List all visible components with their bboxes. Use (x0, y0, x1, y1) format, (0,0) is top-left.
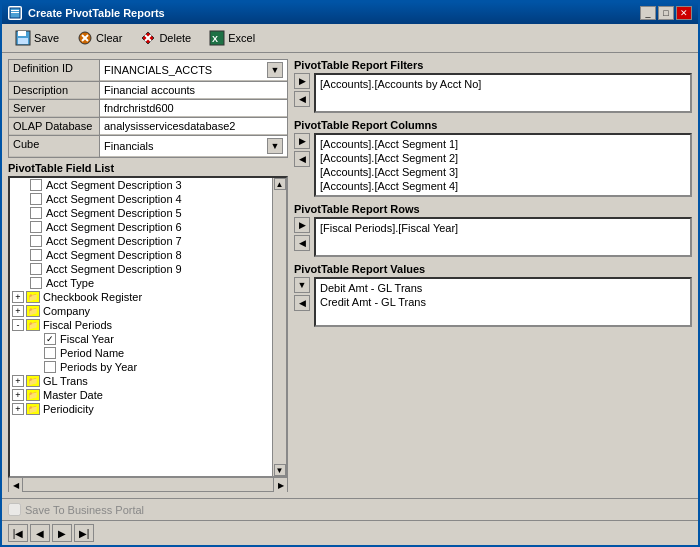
group-gl-trans[interactable]: + 📁 GL Trans (10, 374, 272, 388)
group-label: GL Trans (43, 375, 88, 387)
item-label: Period Name (60, 347, 124, 359)
group-label: Checkbook Register (43, 291, 142, 303)
filter-remove-button[interactable]: ◀ (294, 91, 310, 107)
item-label: Acct Segment Description 9 (46, 263, 182, 275)
save-portal-checkbox[interactable] (8, 503, 21, 516)
server-field: fndrchristd600 (100, 100, 287, 117)
save-button[interactable]: Save (8, 27, 66, 49)
cube-value: Financials (104, 140, 154, 152)
list-item[interactable]: Acct Segment Description 5 (10, 206, 272, 220)
column-item: [Accounts].[Acct Segment 4] (318, 179, 688, 193)
olap-value: analysisservicesdatabase2 (104, 120, 235, 132)
list-item[interactable]: Period Name (10, 346, 272, 360)
list-item[interactable]: Periods by Year (10, 360, 272, 374)
field-list-scroll[interactable]: Acct Segment Description 3 Acct Segment … (10, 178, 272, 476)
item-label: Acct Segment Description 7 (46, 235, 182, 247)
expand-checkbook[interactable]: + (12, 291, 24, 303)
checkbox-accttype[interactable] (30, 277, 42, 289)
nav-first-button[interactable]: |◀ (8, 524, 28, 542)
list-item[interactable]: ✓ Fiscal Year (10, 332, 272, 346)
svg-rect-4 (18, 31, 26, 36)
close-button[interactable]: ✕ (676, 6, 692, 20)
values-section: PivotTable Report Values ▼ ◀ Debit Amt -… (294, 263, 692, 327)
item-label: Fiscal Year (60, 333, 114, 345)
nav-bar: |◀ ◀ ▶ ▶| (2, 520, 698, 545)
rows-add-button[interactable]: ▶ (294, 217, 310, 233)
group-periodicity[interactable]: + 📁 Periodicity (10, 402, 272, 416)
values-remove-button[interactable]: ◀ (294, 295, 310, 311)
clear-icon (77, 30, 93, 46)
value-item: Debit Amt - GL Trans (318, 281, 688, 295)
checkbox-periods-by-year[interactable] (44, 361, 56, 373)
right-panel: PivotTable Report Filters ▶ ◀ [Accounts]… (294, 59, 692, 492)
filter-add-button[interactable]: ▶ (294, 73, 310, 89)
checkbox-acct4[interactable] (30, 193, 42, 205)
field-list-title: PivotTable Field List (8, 162, 288, 174)
vertical-scrollbar[interactable]: ▲ ▼ (272, 178, 286, 476)
expand-master-date[interactable]: + (12, 389, 24, 401)
list-item[interactable]: Acct Segment Description 9 (10, 262, 272, 276)
scroll-right-btn[interactable]: ▶ (273, 478, 287, 492)
group-master-date[interactable]: + 📁 Master Date (10, 388, 272, 402)
excel-icon: X (209, 30, 225, 46)
list-item[interactable]: Acct Segment Description 7 (10, 234, 272, 248)
scroll-up-btn[interactable]: ▲ (274, 178, 286, 190)
list-item[interactable]: Acct Segment Description 6 (10, 220, 272, 234)
group-company[interactable]: + 📁 Company (10, 304, 272, 318)
definition-id-dropdown[interactable]: ▼ (267, 62, 283, 78)
checkbox-acct6[interactable] (30, 221, 42, 233)
cube-dropdown[interactable]: ▼ (267, 138, 283, 154)
folder-icon: 📁 (26, 291, 40, 303)
rows-remove-button[interactable]: ◀ (294, 235, 310, 251)
expand-company[interactable]: + (12, 305, 24, 317)
values-title: PivotTable Report Values (294, 263, 692, 275)
row-item: [Fiscal Periods].[Fiscal Year] (318, 221, 688, 235)
scroll-left-btn[interactable]: ◀ (9, 478, 23, 492)
group-checkbook[interactable]: + 📁 Checkbook Register (10, 290, 272, 304)
toolbar: Save Clear Delete (2, 24, 698, 53)
excel-label: Excel (228, 32, 255, 44)
checkbox-period-name[interactable] (44, 347, 56, 359)
clear-button[interactable]: Clear (70, 27, 129, 49)
checkbox-acct3[interactable] (30, 179, 42, 191)
list-item[interactable]: Acct Segment Description 3 (10, 178, 272, 192)
values-down-button[interactable]: ▼ (294, 277, 310, 293)
checkbox-fiscal-year[interactable]: ✓ (44, 333, 56, 345)
horizontal-scrollbar[interactable]: ◀ ▶ (8, 478, 288, 492)
columns-arrow-btns: ▶ ◀ (294, 133, 310, 167)
olap-label: OLAP Database (9, 118, 99, 135)
scroll-down-btn[interactable]: ▼ (274, 464, 286, 476)
nav-prev-button[interactable]: ◀ (30, 524, 50, 542)
server-label: Server (9, 100, 99, 117)
expand-fiscal[interactable]: - (12, 319, 24, 331)
nav-last-button[interactable]: ▶| (74, 524, 94, 542)
excel-button[interactable]: X Excel (202, 27, 262, 49)
columns-add-button[interactable]: ▶ (294, 133, 310, 149)
list-item[interactable]: Acct Segment Description 4 (10, 192, 272, 206)
delete-button[interactable]: Delete (133, 27, 198, 49)
columns-remove-button[interactable]: ◀ (294, 151, 310, 167)
field-list-wrapper: Acct Segment Description 3 Acct Segment … (8, 176, 288, 478)
checkbox-acct9[interactable] (30, 263, 42, 275)
form-grid: Definition ID FINANCIALS_ACCTS ▼ Descrip… (8, 59, 288, 158)
nav-next-button[interactable]: ▶ (52, 524, 72, 542)
definition-id-field: FINANCIALS_ACCTS ▼ (100, 60, 287, 81)
maximize-button[interactable]: □ (658, 6, 674, 20)
item-label: Acct Segment Description 4 (46, 193, 182, 205)
left-panel: Definition ID FINANCIALS_ACCTS ▼ Descrip… (8, 59, 288, 492)
group-label: Company (43, 305, 90, 317)
title-bar: Create PivotTable Reports _ □ ✕ (2, 2, 698, 24)
title-bar-left: Create PivotTable Reports (8, 6, 165, 20)
columns-section: PivotTable Report Columns ▶ ◀ [Accounts]… (294, 119, 692, 197)
expand-gl-trans[interactable]: + (12, 375, 24, 387)
group-fiscal[interactable]: - 📁 Fiscal Periods (10, 318, 272, 332)
checkbox-acct5[interactable] (30, 207, 42, 219)
minimize-button[interactable]: _ (640, 6, 656, 20)
definition-id-label: Definition ID (9, 60, 99, 81)
checkbox-acct8[interactable] (30, 249, 42, 261)
value-item: Credit Amt - GL Trans (318, 295, 688, 309)
list-item[interactable]: Acct Segment Description 8 (10, 248, 272, 262)
checkbox-acct7[interactable] (30, 235, 42, 247)
expand-periodicity[interactable]: + (12, 403, 24, 415)
list-item[interactable]: Acct Type (10, 276, 272, 290)
